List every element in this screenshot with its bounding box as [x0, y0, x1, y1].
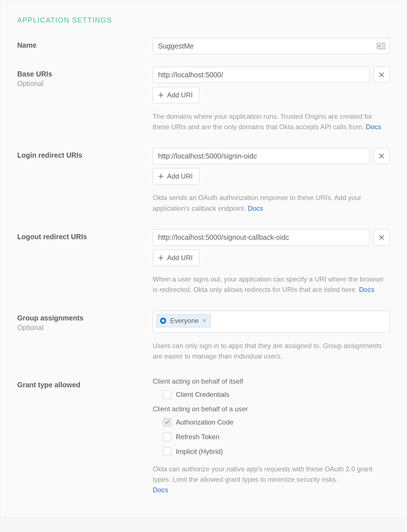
- add-logout-redirect-button[interactable]: Add URI: [153, 250, 199, 266]
- group-chip: Everyone ✕: [156, 314, 211, 327]
- application-settings-panel: APPLICATION SETTINGS Name: [0, 0, 407, 518]
- base-uri-input[interactable]: [153, 67, 369, 83]
- group-assignments-label: Group assignments: [17, 313, 153, 323]
- login-redirect-help: Okta sends an OAuth authorization respon…: [153, 192, 390, 213]
- logout-redirect-input[interactable]: [153, 229, 369, 246]
- label-name: Name: [17, 38, 153, 50]
- row-login-redirect: Login redirect URIs Add URI Okta sends a…: [17, 148, 390, 213]
- add-login-redirect-button[interactable]: Add URI: [153, 168, 199, 184]
- group-chip-label: Everyone: [170, 317, 199, 325]
- close-icon: [379, 153, 384, 159]
- logout-redirect-help-text: When a user signs out, your application …: [153, 275, 384, 293]
- remove-login-redirect-button[interactable]: [373, 148, 390, 164]
- add-base-uri-label: Add URI: [167, 91, 193, 99]
- grant-types-help: Okta can authorize your native app's req…: [153, 464, 390, 495]
- check-label-authorization-code: Authorization Code: [176, 418, 233, 426]
- plus-icon: [158, 92, 164, 98]
- logout-redirect-help: When a user signs out, your application …: [153, 274, 390, 295]
- name-input[interactable]: [153, 38, 390, 54]
- okta-logo-icon: [159, 317, 167, 324]
- checkbox-client-credentials[interactable]: [163, 390, 171, 399]
- close-icon: [379, 235, 384, 240]
- base-uris-help-text: The domains where your application runs.…: [153, 113, 372, 131]
- checkbox-implicit[interactable]: [163, 447, 171, 456]
- check-row-implicit: Implicit (Hybrid): [163, 447, 390, 456]
- remove-base-uri-button[interactable]: [373, 67, 390, 83]
- base-uris-help: The domains where your application runs.…: [153, 111, 390, 132]
- row-logout-redirect: Logout redirect URIs Add URI When a user…: [17, 229, 390, 295]
- base-uris-label: Base URIs: [17, 69, 153, 79]
- checkbox-refresh-token[interactable]: [163, 433, 171, 441]
- check-row-client-credentials: Client Credentials: [163, 390, 390, 399]
- row-group-assignments: Group assignments Optional Everyone ✕ Us…: [17, 311, 390, 361]
- check-label-refresh-token: Refresh Token: [176, 433, 219, 441]
- row-base-uris: Base URIs Optional Add URI The domains w…: [17, 67, 390, 132]
- close-icon: [379, 72, 384, 78]
- grant-self-heading: Client acting on behalf of itself: [153, 377, 390, 385]
- remove-chip-button[interactable]: ✕: [202, 318, 207, 324]
- svg-point-1: [378, 45, 380, 46]
- base-uris-docs-link[interactable]: Docs: [366, 123, 381, 131]
- plus-icon: [158, 173, 164, 179]
- logout-redirect-label: Logout redirect URIs: [17, 232, 153, 242]
- login-redirect-docs-link[interactable]: Docs: [248, 205, 263, 212]
- login-redirect-label: Login redirect URIs: [17, 151, 153, 160]
- logout-redirect-docs-link[interactable]: Docs: [359, 286, 375, 293]
- name-label: Name: [17, 41, 153, 50]
- login-redirect-input[interactable]: [153, 148, 369, 164]
- section-title: APPLICATION SETTINGS: [17, 16, 390, 24]
- check-label-implicit: Implicit (Hybrid): [176, 448, 223, 456]
- group-assignments-input[interactable]: Everyone ✕: [153, 311, 390, 333]
- id-card-icon: [377, 43, 385, 49]
- grant-types-label: Grant type allowed: [17, 380, 153, 390]
- add-base-uri-button[interactable]: Add URI: [153, 87, 199, 103]
- group-assignments-sublabel: Optional: [17, 324, 153, 332]
- check-row-auth-code: Authorization Code: [163, 418, 390, 427]
- group-assignments-help: Users can only sign in to apps that they…: [153, 340, 390, 361]
- grant-user-heading: Client acting on behalf of a user: [153, 405, 390, 413]
- plus-icon: [158, 255, 164, 261]
- check-row-refresh-token: Refresh Token: [163, 433, 390, 441]
- row-name: Name: [17, 38, 390, 54]
- add-login-redirect-label: Add URI: [167, 172, 193, 180]
- svg-point-6: [162, 319, 165, 322]
- grant-types-help-text: Okta can authorize your native app's req…: [153, 465, 372, 483]
- base-uris-sublabel: Optional: [17, 80, 153, 88]
- check-label-client-credentials: Client Credentials: [176, 391, 229, 399]
- row-grant-types: Grant type allowed Client acting on beha…: [17, 377, 390, 495]
- grant-types-docs-link[interactable]: Docs: [153, 486, 168, 494]
- remove-logout-redirect-button[interactable]: [373, 229, 390, 246]
- add-logout-redirect-label: Add URI: [167, 254, 193, 262]
- checkbox-authorization-code[interactable]: [163, 418, 171, 427]
